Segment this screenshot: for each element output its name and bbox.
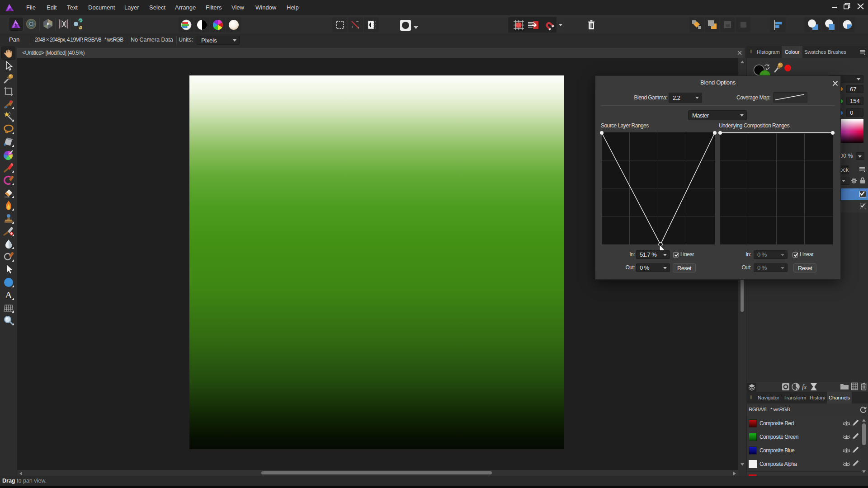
svg-text:A: A — [5, 290, 12, 300]
svg-text:fx: fx — [802, 384, 807, 390]
